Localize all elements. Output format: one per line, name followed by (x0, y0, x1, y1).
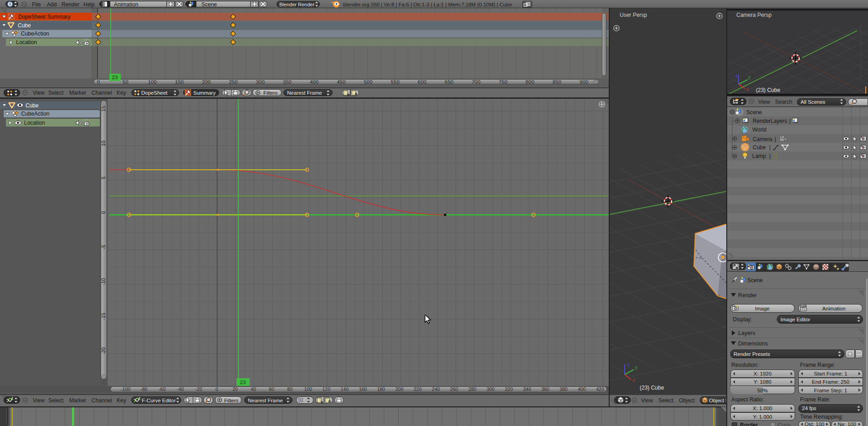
svg-text:|: | (769, 153, 770, 159)
svg-text:|: | (789, 118, 791, 124)
svg-text:-20: -20 (195, 386, 202, 392)
svg-text:RenderLayers: RenderLayers (753, 118, 787, 124)
svg-text:260: 260 (450, 386, 458, 392)
svg-text:-80: -80 (140, 386, 147, 392)
svg-text:420: 420 (596, 386, 604, 392)
svg-text:220: 220 (414, 386, 422, 392)
svg-text:-60: -60 (159, 386, 165, 392)
svg-text:400: 400 (578, 386, 586, 392)
svg-text:x: x (632, 378, 635, 383)
svg-text:280: 280 (468, 386, 477, 392)
svg-text:40: 40 (251, 386, 256, 392)
svg-text:Lamp: Lamp (752, 153, 766, 159)
svg-text:Camera: Camera (753, 136, 772, 142)
svg-text:0: 0 (216, 386, 218, 392)
svg-text:360: 360 (541, 386, 550, 392)
svg-text:60: 60 (269, 386, 274, 392)
svg-text:Cube: Cube (753, 144, 766, 151)
svg-text:World: World (752, 127, 766, 133)
svg-text:160: 160 (359, 386, 367, 392)
svg-text:340: 340 (523, 386, 531, 392)
svg-text:80: 80 (287, 386, 293, 392)
svg-text:-40: -40 (177, 386, 184, 392)
svg-text:|: | (769, 144, 770, 151)
svg-text:100: 100 (304, 386, 312, 392)
svg-text:y: y (635, 365, 637, 370)
svg-text:240: 240 (432, 386, 440, 392)
svg-text:Scene: Scene (746, 109, 762, 116)
svg-text:z: z (627, 362, 630, 367)
svg-text:x: x (746, 87, 749, 92)
svg-text:140: 140 (341, 386, 349, 392)
svg-text:-100: -100 (121, 386, 130, 392)
svg-text:120: 120 (323, 386, 331, 392)
svg-text:180: 180 (377, 386, 385, 392)
svg-text:y: y (748, 75, 750, 80)
svg-text:20: 20 (232, 386, 238, 392)
svg-text:|: | (775, 136, 776, 142)
svg-text:200: 200 (395, 386, 404, 392)
svg-text:z: z (735, 74, 738, 78)
svg-text:300: 300 (487, 386, 495, 392)
svg-text:380: 380 (560, 386, 568, 392)
svg-text:320: 320 (505, 386, 513, 392)
